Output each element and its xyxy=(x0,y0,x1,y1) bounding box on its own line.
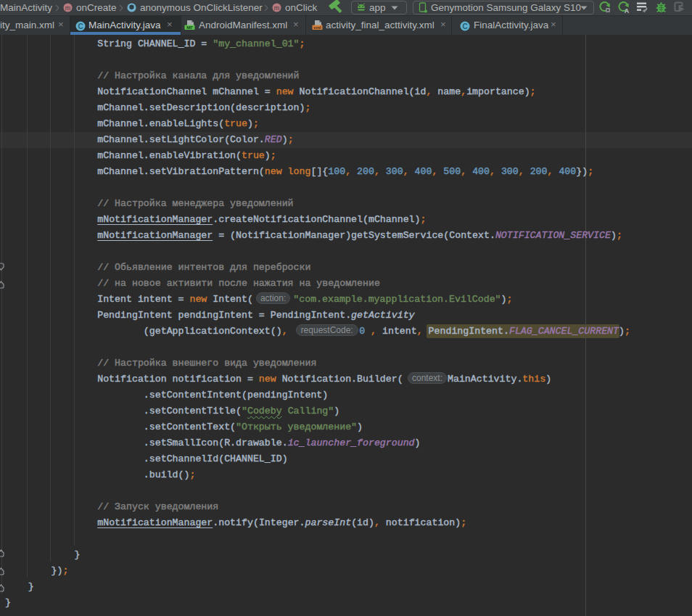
svg-text:A: A xyxy=(625,7,630,14)
svg-text:C: C xyxy=(78,22,83,30)
svg-text:m: m xyxy=(65,4,71,12)
svg-text:MF: MF xyxy=(186,25,193,30)
svg-text:m: m xyxy=(274,4,280,12)
svg-text:xml: xml xyxy=(313,25,321,30)
svg-text:C: C xyxy=(462,22,467,30)
